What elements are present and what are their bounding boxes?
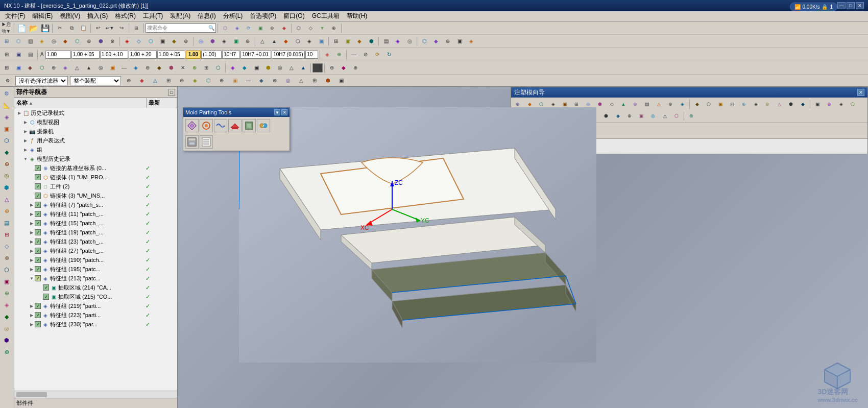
- tree-item-er215[interactable]: ▶ ✓ ▣ 抽取区域 (215) "CO... ✓: [14, 292, 177, 301]
- r4-btn-18[interactable]: ⊞: [201, 62, 212, 74]
- wiz-btn-12[interactable]: ▤: [641, 99, 653, 110]
- expand-icon-er215[interactable]: ▶: [37, 294, 43, 300]
- r2-btn-39[interactable]: ◈: [466, 36, 477, 47]
- r4-btn-6[interactable]: ◈: [60, 62, 71, 74]
- menu-window[interactable]: 窗口(O): [280, 11, 307, 21]
- r3-btn-1[interactable]: ⊞: [1, 49, 12, 60]
- expand-icon-fg230[interactable]: ▶: [29, 321, 35, 327]
- side-btn-11[interactable]: ⊛: [1, 205, 12, 217]
- filter-settings-btn[interactable]: ⚙: [2, 75, 13, 86]
- menu-insert[interactable]: 插入(S): [84, 11, 111, 21]
- r4-btn-3[interactable]: ◆: [25, 62, 36, 74]
- search-input[interactable]: [147, 24, 208, 32]
- wiz-btn-44[interactable]: ⊛: [686, 110, 697, 122]
- side-btn-22[interactable]: ⬢: [1, 334, 12, 346]
- tree-item-modelview[interactable]: ▶ ⬡ 模型视图: [14, 117, 177, 127]
- wiz-btn-21[interactable]: ◈: [750, 99, 761, 110]
- r2-btn-24[interactable]: ◆: [280, 36, 292, 47]
- menu-gc-tools[interactable]: GC工具箱: [309, 11, 343, 21]
- r4-btn-1[interactable]: ⊞: [1, 62, 12, 74]
- filter-btn-9[interactable]: ▣: [229, 75, 240, 86]
- side-btn-7[interactable]: ⊕: [1, 158, 12, 170]
- r2-btn-3[interactable]: ▨: [25, 36, 36, 47]
- side-btn-17[interactable]: ▣: [1, 276, 12, 287]
- tb-btn-1[interactable]: ⬡: [220, 22, 231, 34]
- r2-btn-26[interactable]: ◈: [304, 36, 315, 47]
- check-fg219[interactable]: ✓: [35, 303, 41, 309]
- search-icon[interactable]: 🔍: [208, 25, 214, 31]
- side-btn-1[interactable]: ⚙: [1, 88, 12, 99]
- mold-tool-list[interactable]: [200, 135, 213, 149]
- r2-btn-27[interactable]: ▣: [316, 36, 327, 47]
- r4-btn-9[interactable]: ◎: [95, 62, 106, 74]
- filter-btn-2[interactable]: ◆: [136, 75, 148, 86]
- filter-btn-15[interactable]: ⊞: [309, 75, 320, 86]
- mold-tool-parting-surface[interactable]: [214, 119, 227, 132]
- side-btn-8[interactable]: ◎: [1, 170, 12, 181]
- side-btn-13[interactable]: ⊞: [1, 229, 12, 240]
- r2-btn-32[interactable]: ▤: [380, 36, 392, 47]
- tree-item-fg213[interactable]: ▼ ✓ ◈ 特征组 (213) "patc... ✓: [14, 274, 177, 283]
- r4-btn-12[interactable]: ◈: [130, 62, 141, 74]
- wiz-btn-38[interactable]: ◆: [612, 110, 623, 122]
- filter-btn-7[interactable]: ⬡: [203, 75, 214, 86]
- r3-btn-4[interactable]: ◈: [322, 49, 333, 60]
- tree-item-modelhistory[interactable]: ▼ ◈ 模型历史记录: [14, 154, 177, 163]
- filter-btn-1[interactable]: ⊕: [123, 75, 134, 86]
- expand-icon-group[interactable]: ▶: [22, 147, 29, 153]
- r4-btn-23[interactable]: ⬢: [262, 62, 274, 74]
- mold-tool-design-region[interactable]: [185, 119, 199, 132]
- expand-icon-link3[interactable]: ▶: [29, 193, 35, 199]
- expand-icon-fg11[interactable]: ▶: [29, 211, 35, 217]
- r4-btn-14[interactable]: ◆: [154, 62, 165, 74]
- r2-btn-22[interactable]: △: [257, 36, 268, 47]
- nav-scroll-thumb[interactable]: [16, 392, 47, 397]
- dim-input-2[interactable]: [71, 51, 100, 59]
- tree-item-history[interactable]: ▶ 📋 历史记录模式: [14, 108, 177, 117]
- menu-file[interactable]: 文件(F): [2, 11, 28, 21]
- paste-button[interactable]: 📋: [78, 22, 89, 34]
- side-btn-20[interactable]: ◆: [1, 311, 12, 322]
- wiz-btn-29[interactable]: ⬡: [847, 99, 858, 110]
- expand-icon-modelview[interactable]: ▶: [22, 119, 29, 125]
- r3-btn-6[interactable]: —: [348, 49, 359, 60]
- r2-btn-11[interactable]: ◈: [122, 36, 133, 47]
- wiz-btn-19[interactable]: ◎: [727, 99, 738, 110]
- wiz-btn-26[interactable]: ▣: [812, 99, 823, 110]
- r3-btn-3[interactable]: ▤: [25, 49, 36, 60]
- r2-btn-33[interactable]: ◈: [392, 36, 403, 47]
- tree-item-fg11[interactable]: ▶ ✓ ◈ 特征组 (11) "patch_... ✓: [14, 209, 177, 219]
- r4-btn-7[interactable]: △: [71, 62, 83, 74]
- side-btn-10[interactable]: △: [1, 194, 12, 205]
- filter-btn-16[interactable]: ⬢: [322, 75, 333, 86]
- check-er215[interactable]: ✓: [43, 294, 49, 300]
- mold-tool-define-region[interactable]: [185, 135, 199, 149]
- check-fg7[interactable]: ✓: [35, 202, 41, 208]
- wiz-btn-43[interactable]: ⬡: [671, 110, 682, 122]
- reference-sets-button[interactable]: ⊞: [131, 22, 142, 34]
- r4-btn-21[interactable]: ◆: [239, 62, 250, 74]
- expand-icon-fg7[interactable]: ▶: [29, 202, 35, 208]
- filter-btn-4[interactable]: ⊞: [163, 75, 174, 86]
- check-fg230[interactable]: ✓: [35, 321, 41, 327]
- tb-btn-7[interactable]: ⬡: [293, 22, 304, 34]
- side-btn-15[interactable]: ⊗: [1, 252, 12, 263]
- filter-btn-13[interactable]: ◎: [282, 75, 294, 86]
- r2-btn-17[interactable]: ◎: [195, 36, 206, 47]
- expand-icon-camera[interactable]: ▶: [22, 128, 29, 134]
- wiz-btn-10[interactable]: ▲: [618, 99, 629, 110]
- tree-item-fg190[interactable]: ▶ ✓ ◈ 特征组 (190) "patch... ✓: [14, 255, 177, 265]
- expand-icon-link-coord[interactable]: ▶: [29, 165, 35, 171]
- r2-btn-10[interactable]: ⊗: [107, 36, 118, 47]
- expand-icon-history[interactable]: ▶: [16, 110, 22, 116]
- expand-icon-fg27[interactable]: ▶: [29, 248, 35, 254]
- r2-btn-18[interactable]: ⬢: [207, 36, 218, 47]
- r4-btn-24[interactable]: ◎: [274, 62, 285, 74]
- side-btn-19[interactable]: ◈: [1, 299, 12, 310]
- filter-btn-3[interactable]: △: [150, 75, 161, 86]
- r4-btn-26[interactable]: ▲: [298, 62, 309, 74]
- mold-panel-dropdown[interactable]: ▼: [274, 109, 280, 115]
- r4-btn-5[interactable]: ⊕: [48, 62, 59, 74]
- filter-btn-8[interactable]: ⊕: [216, 75, 227, 86]
- side-btn-9[interactable]: ⬢: [1, 182, 12, 193]
